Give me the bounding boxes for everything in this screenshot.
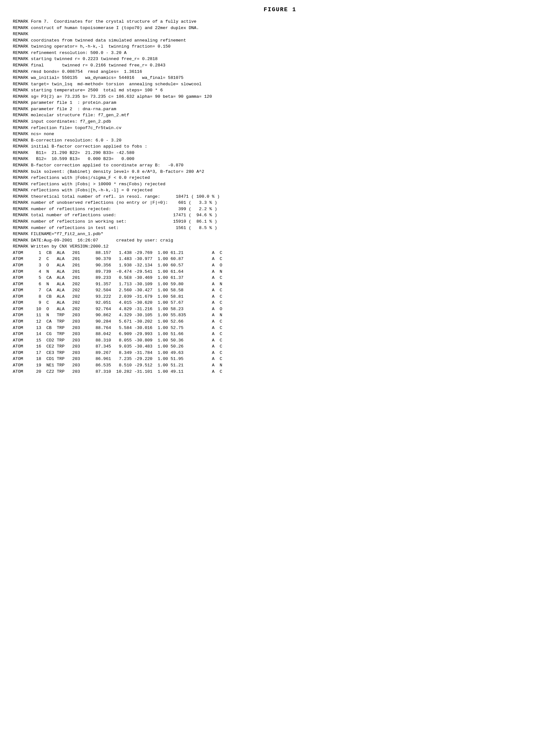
content-block: REMARK Form 7. Coordinates for the cryst… (13, 18, 547, 375)
page-title: FIGURE 1 (13, 6, 547, 13)
